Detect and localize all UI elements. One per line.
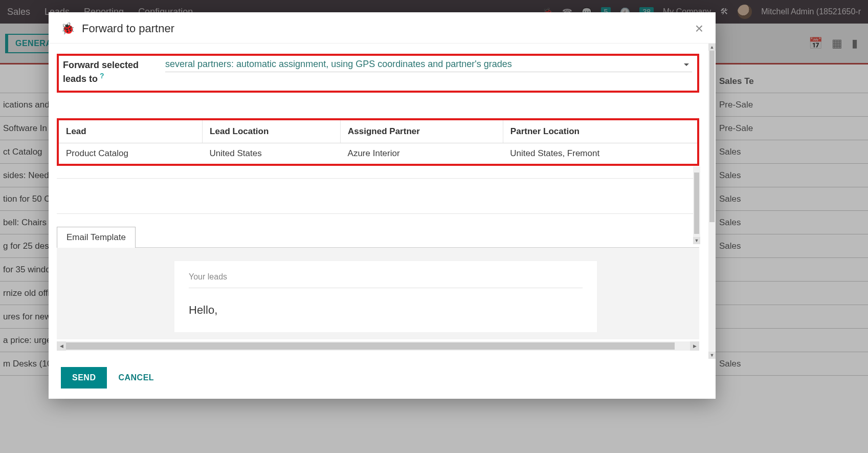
cell-partner-location: United States, Fremont [503, 143, 697, 164]
email-subject[interactable]: Your leads [189, 272, 583, 288]
forward-mode-value: several partners: automatic assignment, … [165, 59, 512, 70]
forward-mode-group: Forward selected leads to? several partn… [57, 54, 699, 93]
forward-mode-select[interactable]: several partners: automatic assignment, … [165, 59, 692, 72]
col-lead[interactable]: Lead [59, 120, 203, 143]
forward-modal: 🐞 Forward to partner × Forward selected … [49, 12, 716, 399]
inner-scrollbar[interactable]: ▼ [693, 166, 700, 243]
scroll-right-icon[interactable]: ▶ [690, 341, 699, 351]
spacer-area: ▼ [57, 178, 699, 214]
scrollbar-thumb[interactable] [694, 172, 699, 234]
col-assigned-partner[interactable]: Assigned Partner [341, 120, 503, 143]
scroll-up-icon[interactable]: ▲ [708, 44, 716, 51]
col-partner-location[interactable]: Partner Location [503, 120, 697, 143]
forward-mode-label: Forward selected leads to? [63, 59, 155, 85]
horizontal-scrollbar[interactable]: ◀ ▶ [57, 341, 699, 351]
modal-header: 🐞 Forward to partner × [49, 12, 716, 44]
cell-lead: Product Catalog [59, 143, 203, 164]
scrollbar-thumb[interactable] [709, 51, 715, 222]
leads-table-group: Lead Lead Location Assigned Partner Part… [57, 118, 699, 166]
scrollbar-thumb[interactable] [66, 342, 675, 350]
email-card: Your leads Hello, [174, 261, 597, 332]
leads-table: Lead Lead Location Assigned Partner Part… [59, 120, 697, 164]
scroll-left-icon[interactable]: ◀ [57, 341, 66, 351]
vertical-scrollbar[interactable]: ▲ ▼ [708, 44, 716, 359]
email-template-pane: Your leads Hello, [57, 247, 699, 339]
cell-assigned-partner: Azure Interior [341, 143, 503, 164]
cancel-button[interactable]: CANCEL [118, 373, 154, 382]
tab-email-template[interactable]: Email Template [57, 227, 136, 248]
col-lead-location[interactable]: Lead Location [203, 120, 341, 143]
table-row[interactable]: Product Catalog United States Azure Inte… [59, 143, 697, 164]
modal-title: Forward to partner [82, 22, 174, 35]
close-icon[interactable]: × [695, 21, 703, 36]
modal-footer: SEND CANCEL [49, 359, 716, 399]
email-body[interactable]: Hello, [189, 304, 583, 317]
send-button[interactable]: SEND [61, 367, 107, 389]
chevron-down-icon [684, 63, 689, 69]
scroll-down-icon[interactable]: ▼ [708, 352, 716, 359]
modal-body: Forward selected leads to? several partn… [49, 44, 716, 359]
cell-lead-location: United States [203, 143, 341, 164]
bug-icon[interactable]: 🐞 [61, 22, 75, 35]
tabs: Email Template [57, 226, 699, 247]
scroll-down-icon[interactable]: ▼ [693, 237, 700, 244]
help-icon[interactable]: ? [100, 72, 104, 80]
